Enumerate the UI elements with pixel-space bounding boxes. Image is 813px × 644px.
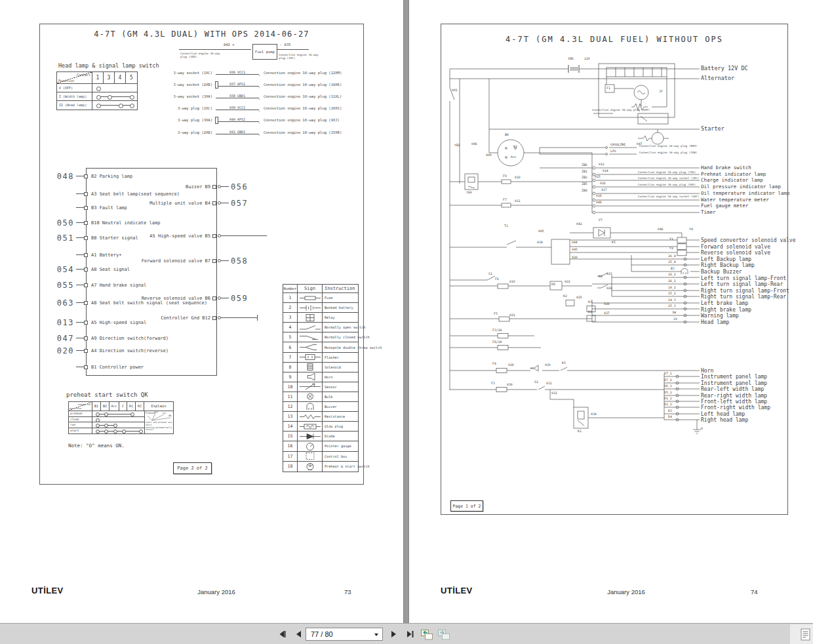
preheat-col-header: C — [119, 402, 127, 411]
controller-pin-row: 050B10 Neutral indicate lamp — [45, 219, 160, 226]
legend-row: 2Banked battery — [283, 303, 358, 313]
wire-label: F4 — [492, 362, 496, 365]
controller-pin-row: 020A4 Direction switch(reverse) — [45, 347, 169, 354]
pdf-page-left: 4-7T (GM 4.3L DUAL) WITH OPS 2014-06-27 … — [0, 0, 403, 623]
indicator-label-stack: Hand brake switchPreheat indicator lampC… — [701, 165, 789, 216]
explain-header: Explain — [144, 402, 173, 411]
fuel-pump-plus-wire: 042 + — [224, 43, 235, 47]
wire-label: JF — [659, 90, 663, 93]
wire-label: 12V — [584, 57, 590, 60]
solenoid-icon — [299, 363, 321, 371]
wire-label: 023 — [606, 272, 612, 275]
wire-label: 047 — [637, 142, 643, 146]
wire-label: 029 — [545, 363, 551, 367]
legend-row: 1Fuse — [283, 293, 358, 303]
relay-icon — [299, 313, 321, 322]
harness-row: 3-way socket (2XB)037 APS1Connection eng… — [117, 77, 342, 87]
wire-label: F9 — [503, 174, 507, 178]
last-page-icon — [405, 630, 415, 639]
next-page-icon — [390, 630, 398, 639]
connector-caption: Connection engine 16-way plug (8XH) — [639, 144, 697, 148]
wire-label: 25_4 — [668, 260, 676, 264]
harness-row: 3-way plug (1XC)039 VCC2Connection engin… — [117, 100, 342, 110]
wire-label: K2 — [563, 294, 567, 298]
diagram-frame-right: 4-7T (GM 4.3L DUAL FUEL) WITHOUT OPS — [441, 24, 788, 515]
normally-closed-switch-icon — [299, 333, 321, 342]
wire-label: F3 — [491, 382, 495, 385]
wire-label: 012 — [599, 163, 605, 166]
connector-caption: Connection engine 16-way plug (6XP) — [592, 108, 650, 111]
harness-row: 3-way socket (1XC)036 VCC1Connection eng… — [117, 65, 342, 75]
wire-label: GASOLINE — [610, 143, 625, 146]
controller-pin-row: 055A7 Hand brake signal — [45, 281, 146, 289]
legend-row: 11Bulb — [283, 392, 358, 402]
corner-connector-label: connector — [77, 403, 91, 406]
wire-label: 016 — [600, 182, 606, 185]
viewer-toolbar: 77 / 80 — [0, 623, 813, 644]
next-view-button[interactable] — [435, 627, 451, 641]
wire-label: KBC — [568, 57, 574, 60]
footer-page-number-left: 73 — [344, 588, 351, 595]
next-page-button[interactable] — [387, 627, 401, 641]
explain-on-label: ON — [169, 414, 171, 417]
previous-page-button[interactable] — [291, 627, 306, 641]
legend-row: 10Sensor — [283, 382, 358, 392]
wire-label: BK — [505, 133, 509, 136]
wire-label: 24_3 — [668, 298, 676, 302]
connector-caption: Connection engine 16-way plug (7XG) — [638, 171, 696, 174]
previous-view-button[interactable] — [418, 627, 434, 641]
explain-run-label: run — [162, 412, 166, 414]
wire-label: 042 — [576, 222, 582, 226]
controller-pin-row: Forward solenoid valve B7058 — [113, 257, 248, 264]
wire-label: 015 — [595, 175, 601, 178]
preheat-row: start — [69, 428, 144, 434]
normally-open-switch-icon — [299, 323, 321, 332]
glow-plug-icon — [299, 422, 321, 431]
previous-view-icon — [420, 628, 433, 640]
wire-label: 030 — [507, 383, 513, 386]
fuel-pump-minus-wire: - 035 — [280, 43, 291, 47]
toolbar-right-section — [790, 624, 813, 644]
controller-pin-row: Multiple unit valve B4057 — [113, 199, 248, 207]
wire-label: 25_3 — [668, 304, 676, 308]
wire-label: D2_1 — [664, 403, 672, 406]
pdf-viewer: 4-7T (GM 4.3L DUAL) WITH OPS 2014-06-27 … — [0, 0, 813, 644]
wire-label: 028 — [508, 363, 514, 367]
legend-row: 18Preheat & start switch — [283, 462, 358, 472]
legend-table: Number Sign Instruction 1Fuse 2Banked ba… — [283, 284, 359, 472]
wire-label: 027 — [604, 312, 610, 315]
wire-label: Y4 — [689, 228, 693, 231]
wire-label: ZB1 — [582, 170, 587, 173]
legend-header: Number — [283, 285, 298, 293]
wire-label: K5 — [562, 361, 566, 365]
previous-page-icon — [294, 630, 302, 639]
wire-label: 26_4 — [668, 254, 676, 258]
connector-caption: Connection engine 16-way plug (5XE) — [638, 183, 696, 186]
next-view-icon — [437, 628, 450, 640]
wire-label: S2 — [534, 380, 538, 384]
wire-label: 017 — [601, 188, 607, 191]
footer-date-left: January 2016 — [157, 588, 275, 595]
controller-pin-row: 054A8 Seat signal — [45, 266, 130, 273]
controller-pin-row: A5 High-speed valve B5 — [113, 232, 269, 239]
side-panel-toggle-button[interactable] — [798, 627, 812, 641]
page-number-input[interactable]: 77 / 80 — [306, 628, 383, 641]
legend-row: 4Normally open switch — [283, 323, 358, 332]
first-page-button[interactable] — [274, 627, 288, 641]
wire-label: 025 — [576, 296, 582, 299]
page-badge-right: Page 1 of 2 — [450, 500, 483, 512]
resistance-icon — [299, 413, 321, 421]
fuel-pump-box: Fuel pump — [252, 44, 277, 60]
wire-label: D3 — [668, 409, 672, 413]
corner-contact-label: Contact — [77, 73, 90, 77]
wire-label: 011 — [515, 199, 521, 203]
wire-label: V7 — [599, 218, 603, 222]
wire-label: 014 — [603, 169, 608, 172]
diagram-title-left: 4-7T (GM 4.3L DUAL) WITH OPS 2014-06-27 — [40, 30, 363, 39]
last-page-button[interactable] — [403, 627, 417, 641]
horn-icon — [299, 372, 321, 381]
legend-header: Instruction — [323, 285, 358, 293]
legend-row: 8Solenoid — [283, 363, 358, 372]
fuel-pump-wire-left — [179, 49, 251, 50]
legend-row: 13Resistance — [283, 412, 358, 422]
